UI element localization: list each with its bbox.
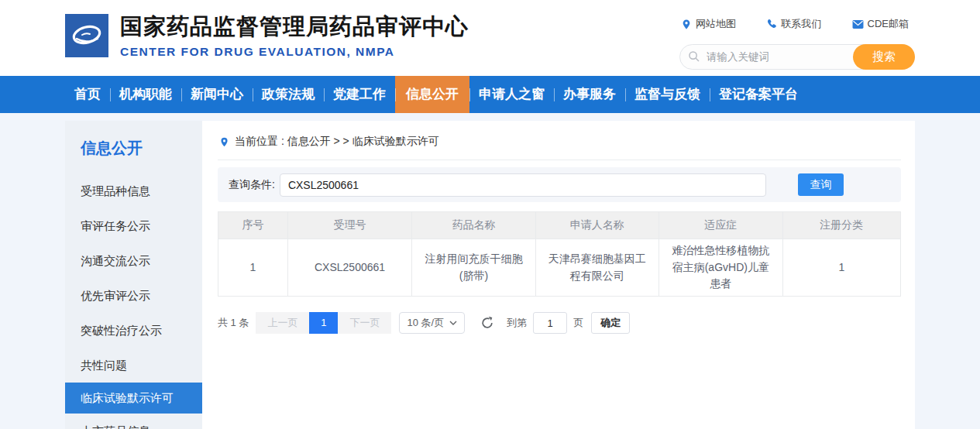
- column-header-seq: 序号: [218, 212, 288, 239]
- cell-applicant: 天津昂赛细胞基因工程有限公司: [535, 239, 658, 297]
- sidebar-item-common-issues[interactable]: 共性问题: [65, 348, 202, 383]
- nav-item-functions[interactable]: 机构职能: [110, 76, 181, 113]
- site-subtitle: CENTER FOR DRUG EVALUATION, NMPA: [120, 45, 469, 59]
- query-button[interactable]: 查询: [798, 173, 844, 196]
- cell-indication: 难治性急性移植物抗宿主病(aGvHD)儿童患者: [659, 239, 782, 297]
- site-search: 搜索: [679, 44, 915, 70]
- column-header-indication: 适应症: [659, 212, 782, 239]
- site-header: 国家药品监督管理局药品审评中心 CENTER FOR DRUG EVALUATI…: [0, 0, 980, 76]
- cde-mail-label: CDE邮箱: [868, 17, 909, 31]
- column-header-drug-name: 药品名称: [412, 212, 535, 239]
- total-count: 共 1 条: [218, 316, 249, 330]
- search-button[interactable]: 搜索: [853, 44, 915, 70]
- goto-page-label: 到第: [507, 316, 527, 330]
- prev-page-button[interactable]: 上一页: [256, 312, 309, 334]
- nav-item-registration-platform[interactable]: 登记备案平台: [710, 76, 807, 113]
- page-size-value: 10 条/页: [407, 316, 444, 330]
- column-header-applicant: 申请人名称: [535, 212, 658, 239]
- breadcrumb-text: 当前位置 : 信息公开 > > 临床试验默示许可: [235, 135, 439, 149]
- nav-item-party[interactable]: 党建工作: [324, 76, 395, 113]
- nav-item-services[interactable]: 办事服务: [554, 76, 625, 113]
- sitemap-link[interactable]: 网站地图: [681, 17, 736, 31]
- goto-page-suffix: 页: [573, 316, 583, 330]
- sidebar-item-marketed-drugs[interactable]: 上市药品信息: [65, 414, 202, 429]
- cde-mail-link[interactable]: CDE邮箱: [852, 17, 909, 31]
- goto-page-input[interactable]: [533, 312, 567, 334]
- sidebar-item-priority-review[interactable]: 优先审评公示: [65, 278, 202, 313]
- sidebar: 信息公开 受理品种信息 审评任务公示 沟通交流公示 优先审评公示 突破性治疗公示…: [65, 121, 202, 429]
- cde-logo-icon: [65, 14, 108, 57]
- next-page-button[interactable]: 下一页: [338, 312, 391, 334]
- page-size-select[interactable]: 10 条/页: [399, 312, 465, 334]
- table-row: 1 CXSL2500661 注射用间充质干细胞(脐带) 天津昂赛细胞基因工程有限…: [218, 239, 901, 297]
- contact-link[interactable]: 联系我们: [766, 17, 821, 31]
- table-header-row: 序号 受理号 药品名称 申请人名称 适应症 注册分类: [218, 212, 901, 239]
- main-content: 当前位置 : 信息公开 > > 临床试验默示许可 查询条件: 查询 序号 受理号…: [202, 121, 915, 429]
- site-title: 国家药品监督管理局药品审评中心: [120, 14, 469, 39]
- mail-icon: [852, 19, 864, 29]
- sitemap-label: 网站地图: [696, 17, 736, 31]
- breadcrumb: 当前位置 : 信息公开 > > 临床试验默示许可: [218, 130, 901, 160]
- quick-links: 网站地图 联系我们 CDE邮箱: [679, 17, 915, 31]
- sidebar-item-clinical-trial-implied-license[interactable]: 临床试验默示许可: [65, 383, 202, 414]
- column-header-registration-class: 注册分类: [782, 212, 900, 239]
- cell-registration-class: 1: [782, 239, 900, 297]
- cell-acceptance-no: CXSL2500661: [287, 239, 411, 297]
- chevron-down-icon: [449, 321, 457, 325]
- nav-item-news[interactable]: 新闻中心: [181, 76, 253, 113]
- contact-label: 联系我们: [781, 17, 821, 31]
- phone-icon: [766, 19, 777, 29]
- sidebar-item-review-tasks[interactable]: 审评任务公示: [65, 208, 202, 243]
- cell-seq: 1: [218, 239, 288, 297]
- brand: 国家药品监督管理局药品审评中心 CENTER FOR DRUG EVALUATI…: [65, 14, 469, 76]
- nav-item-supervision[interactable]: 监督与反馈: [625, 76, 710, 113]
- nav-item-info-disclosure[interactable]: 信息公开: [395, 76, 469, 113]
- sidebar-item-breakthrough-therapy[interactable]: 突破性治疗公示: [65, 313, 202, 348]
- cell-drug-name: 注射用间充质干细胞(脐带): [412, 239, 535, 297]
- nav-item-applicant-window[interactable]: 申请人之窗: [469, 76, 554, 113]
- page-number-1[interactable]: 1: [309, 312, 338, 334]
- query-panel: 查询条件: 查询: [218, 167, 901, 202]
- page-body: 信息公开 受理品种信息 审评任务公示 沟通交流公示 优先审评公示 突破性治疗公示…: [0, 113, 980, 429]
- search-icon: [688, 50, 700, 63]
- sidebar-title: 信息公开: [65, 138, 202, 163]
- refresh-icon[interactable]: [480, 316, 494, 330]
- results-table: 序号 受理号 药品名称 申请人名称 适应症 注册分类 1 CXSL2500661: [218, 211, 901, 297]
- query-label: 查询条件:: [229, 178, 275, 192]
- query-input[interactable]: [280, 173, 766, 197]
- column-header-acceptance-no: 受理号: [287, 212, 411, 239]
- nav-item-policies[interactable]: 政策法规: [253, 76, 324, 113]
- sidebar-item-accepted-varieties[interactable]: 受理品种信息: [65, 173, 202, 208]
- pagination: 共 1 条 上一页 1 下一页 10 条/页: [218, 312, 901, 334]
- location-pin-icon: [681, 19, 692, 30]
- sidebar-item-communication[interactable]: 沟通交流公示: [65, 243, 202, 278]
- page: 国家药品监督管理局药品审评中心 CENTER FOR DRUG EVALUATI…: [0, 0, 980, 429]
- confirm-button[interactable]: 确定: [591, 312, 630, 334]
- nav-item-home[interactable]: 首页: [65, 76, 110, 113]
- main-nav: 首页 机构职能 新闻中心 政策法规 党建工作 信息公开 申请人之窗 办事服务 监…: [0, 76, 980, 113]
- location-pin-icon: [219, 136, 229, 148]
